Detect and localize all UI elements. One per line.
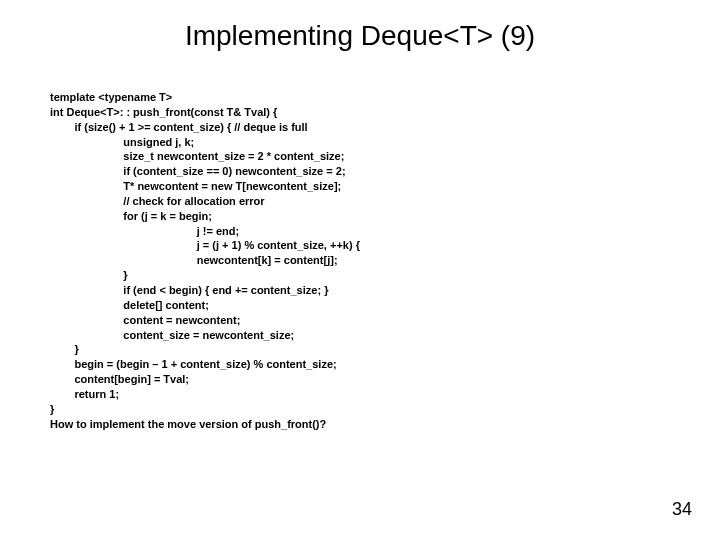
slide-title: Implementing Deque<T> (9) bbox=[0, 20, 720, 52]
slide: Implementing Deque<T> (9) template <type… bbox=[0, 0, 720, 540]
code-block: template <typename T> int Deque<T>: : pu… bbox=[50, 90, 680, 431]
page-number: 34 bbox=[672, 499, 692, 520]
